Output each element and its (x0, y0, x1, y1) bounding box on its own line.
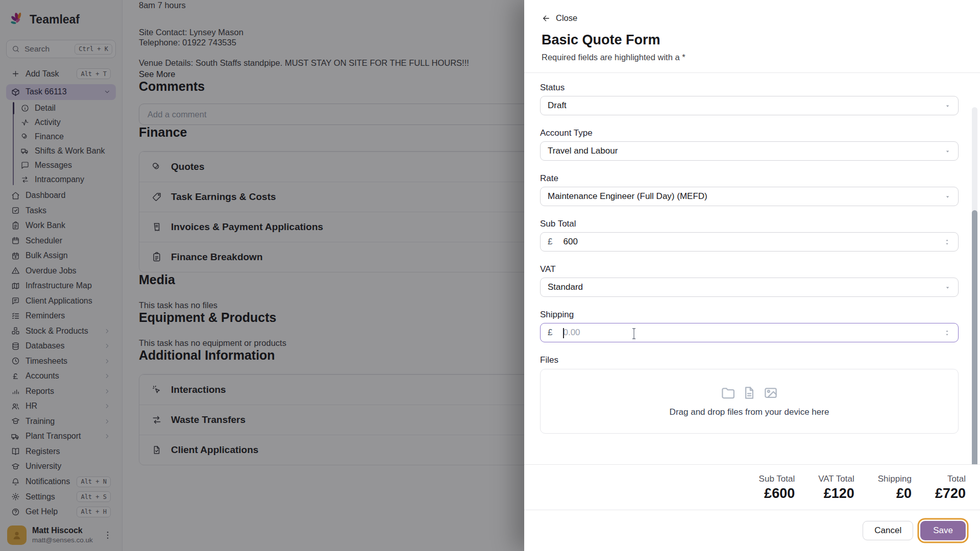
shipping-field: £ (540, 323, 959, 342)
summary-column: Sub Total £600 (759, 474, 795, 502)
folder-icon (720, 385, 736, 400)
panel-scrollbar-thumb[interactable] (972, 210, 977, 484)
status-value: Draft (548, 101, 567, 111)
sub-total-label: Sub Total (540, 219, 959, 229)
number-stepper[interactable] (943, 329, 951, 337)
panel-footer: Sub Total £600 VAT Total £120 Shipping £… (524, 464, 980, 551)
currency-symbol: £ (548, 237, 552, 247)
rate-label: Rate (540, 173, 959, 184)
summary-value: £120 (818, 486, 854, 502)
shipping-label: Shipping (540, 310, 959, 320)
quote-form-panel: Close Basic Quote Form Required fields a… (524, 0, 980, 551)
cancel-button[interactable]: Cancel (863, 521, 913, 540)
account-type-select[interactable]: Travel and Labour (540, 141, 959, 161)
sub-total-input[interactable] (563, 237, 943, 247)
vat-value: Standard (548, 282, 583, 292)
modal-dim-overlay[interactable] (0, 0, 524, 551)
image-icon (763, 385, 778, 400)
summary-label: Sub Total (759, 474, 795, 484)
text-caret (563, 328, 564, 338)
chevron-down-icon (944, 284, 951, 291)
dropzone-text: Drag and drop files from your device her… (670, 407, 829, 417)
summary-value: £0 (878, 486, 912, 502)
save-button[interactable]: Save (920, 521, 966, 540)
quote-summary: Sub Total £600 VAT Total £120 Shipping £… (524, 465, 980, 510)
number-stepper[interactable] (943, 238, 951, 246)
panel-subtitle: Required fields are highlighted with a * (542, 53, 963, 72)
status-label: Status (540, 83, 959, 93)
rate-value: Maintenance Engineer (Full Day) (MEFD) (548, 191, 707, 202)
files-label: Files (540, 355, 959, 365)
summary-label: Total (935, 474, 966, 484)
summary-label: Shipping (878, 474, 912, 484)
summary-column: Shipping £0 (878, 474, 912, 502)
panel-title: Basic Quote Form (542, 32, 963, 48)
file-text-icon (742, 385, 757, 400)
status-select[interactable]: Draft (540, 96, 959, 115)
chevron-down-icon (944, 148, 951, 155)
currency-symbol: £ (548, 328, 552, 338)
vat-select[interactable]: Standard (540, 278, 959, 297)
summary-value: £720 (935, 486, 966, 502)
summary-column: Total £720 (935, 474, 966, 502)
close-label: Close (556, 13, 577, 23)
account-type-value: Travel and Labour (548, 146, 618, 156)
arrow-left-icon (542, 14, 551, 23)
vat-label: VAT (540, 264, 959, 274)
summary-label: VAT Total (818, 474, 854, 484)
rate-select[interactable]: Maintenance Engineer (Full Day) (MEFD) (540, 187, 959, 206)
ibeam-cursor (631, 328, 636, 339)
summary-value: £600 (759, 486, 795, 502)
account-type-label: Account Type (540, 128, 959, 138)
chevron-down-icon (944, 103, 951, 109)
file-dropzone[interactable]: Drag and drop files from your device her… (540, 369, 959, 434)
summary-column: VAT Total £120 (818, 474, 854, 502)
close-button[interactable]: Close (542, 13, 577, 23)
shipping-input[interactable] (563, 328, 943, 338)
chevron-down-icon (944, 193, 951, 200)
sub-total-field: £ (540, 232, 959, 252)
